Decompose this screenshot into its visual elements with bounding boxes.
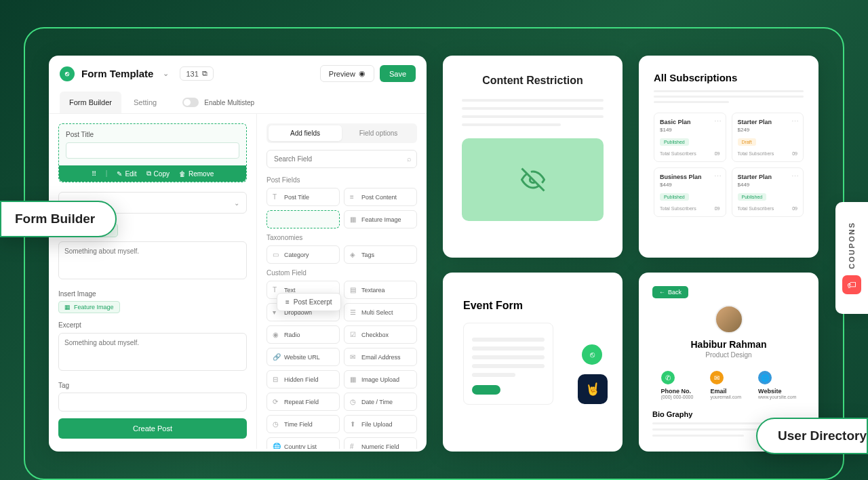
search-input[interactable] xyxy=(267,150,417,168)
floating-label-form-builder: Form Builder xyxy=(0,201,117,237)
coupons-side-tab[interactable]: COUPONS 🏷 xyxy=(835,202,868,314)
chevron-down-icon[interactable]: ⌄ xyxy=(163,69,169,78)
email-icon: ✉ xyxy=(350,353,357,361)
tab-setting[interactable]: Setting xyxy=(124,92,166,113)
subscriptions-title: All Subscriptions xyxy=(654,72,804,83)
field-tags[interactable]: ◈Tags xyxy=(344,245,417,264)
field-drop-target[interactable] xyxy=(267,210,340,228)
image-icon: ▦ xyxy=(350,216,357,223)
plan-card[interactable]: ⋯ Starter Plan $449 Published Total Subs… xyxy=(732,167,804,217)
content-icon: ≡ xyxy=(350,193,357,201)
status-badge: Published xyxy=(738,193,767,201)
preview-button[interactable]: Preview ◉ xyxy=(320,65,374,82)
create-post-button[interactable]: Create Post xyxy=(58,418,247,439)
field-website-url[interactable]: 🔗Website URL xyxy=(267,348,340,366)
form-canvas: Post Title ⠿ | ✎Edit ⧉Copy 🗑Remove ⌄ + I… xyxy=(49,114,256,449)
edit-action[interactable]: ✎Edit xyxy=(117,169,136,178)
placeholder-line xyxy=(462,115,604,118)
form-builder-card: ⎋ Form Template ⌄ 131 ⧉ Preview ◉ Save F… xyxy=(49,56,427,452)
group-post-fields: Post Fields xyxy=(267,176,417,184)
folder-icon: ▭ xyxy=(273,251,280,258)
field-email-address[interactable]: ✉Email Address xyxy=(344,348,417,366)
palette-tabs: Add fields Field options xyxy=(267,123,417,143)
status-badge: Published xyxy=(660,138,689,146)
field-hidden-field[interactable]: ⊟Hidden Field xyxy=(267,370,340,388)
field-actions-bar: ⠿ | ✎Edit ⧉Copy 🗑Remove xyxy=(59,165,246,182)
copy-icon: ⧉ xyxy=(202,69,208,78)
enable-multistep-toggle[interactable]: Enable Multistep xyxy=(182,98,254,107)
tab-form-builder[interactable]: Form Builder xyxy=(60,92,121,113)
feature-image-chip[interactable]: ▦ Feature Image xyxy=(58,301,120,313)
placeholder-line xyxy=(472,338,545,342)
excerpt-textarea[interactable]: Something about myself. xyxy=(58,333,247,371)
field-category[interactable]: ▭Category xyxy=(267,245,340,264)
plan-grid: ⋯ Basic Plan $149 Published Total Subscr… xyxy=(654,113,804,217)
placeholder-line xyxy=(654,101,729,103)
phone-icon: ✆ xyxy=(661,371,675,384)
save-button[interactable]: Save xyxy=(380,65,416,82)
plan-card[interactable]: ⋯ Business Plan $449 Published Total Sub… xyxy=(654,167,726,217)
post-title-label: Post Title xyxy=(66,131,239,138)
tab-add-fields[interactable]: Add fields xyxy=(269,125,342,141)
field-multi-select[interactable]: ☰Multi Select xyxy=(344,303,417,321)
email-icon: ✉ xyxy=(710,371,724,384)
about-textarea[interactable]: Something about myself. xyxy=(58,241,247,279)
field-feature-image[interactable]: ▦Feature Image xyxy=(344,210,417,228)
placeholder-line xyxy=(654,96,804,98)
field-image-upload[interactable]: ▦Image Upload xyxy=(344,370,417,388)
image-icon: ▦ xyxy=(350,376,357,383)
subscriptions-card: All Subscriptions ⋯ Basic Plan $149 Publ… xyxy=(639,56,818,258)
upload-icon: ⬆ xyxy=(350,420,357,428)
field-time-field[interactable]: ◷Time Field xyxy=(267,415,340,433)
link-icon: 🔗 xyxy=(273,353,280,361)
field-radio[interactable]: ◉Radio xyxy=(267,325,340,344)
contact-row: ✆ Phone No. (000) 000-0000 ✉ Email youre… xyxy=(652,371,805,399)
more-icon[interactable]: ⋯ xyxy=(791,117,799,126)
field-file-upload[interactable]: ⬆File Upload xyxy=(344,415,417,433)
text-icon: T xyxy=(273,193,280,201)
form-template-title: Form Template xyxy=(81,68,153,79)
placeholder-line xyxy=(472,373,515,377)
event-form-title: Event Form xyxy=(463,300,602,312)
field-numeric-field[interactable]: #Numeric Field xyxy=(344,437,417,449)
radio-icon: ◉ xyxy=(273,331,280,338)
more-icon[interactable]: ⋯ xyxy=(714,117,722,126)
tab-field-options[interactable]: Field options xyxy=(342,125,415,141)
field-country-list[interactable]: 🌐Country List xyxy=(267,437,340,449)
more-icon[interactable]: ⋯ xyxy=(791,172,799,181)
tag-input[interactable] xyxy=(58,393,247,412)
field-repeat-field[interactable]: ⟳Repeat Field xyxy=(267,393,340,411)
image-icon: ▦ xyxy=(64,304,71,311)
drag-handle-icon[interactable]: ⠿ xyxy=(92,169,96,178)
plan-card[interactable]: ⋯ Starter Plan $249 Draft Total Subscrib… xyxy=(732,113,804,162)
copy-action[interactable]: ⧉Copy xyxy=(146,169,170,178)
toggle-switch-icon[interactable] xyxy=(182,98,199,107)
post-title-field-block[interactable]: Post Title ⠿ | ✎Edit ⧉Copy 🗑Remove xyxy=(58,123,247,182)
field-textarea[interactable]: ▤Textarea xyxy=(344,281,417,299)
status-badge: Published xyxy=(660,193,689,201)
clock-icon: ◷ xyxy=(350,398,357,405)
entries-count-badge[interactable]: 131 ⧉ xyxy=(180,66,213,81)
dashboard-frame: ⎋ Form Template ⌄ 131 ⧉ Preview ◉ Save F… xyxy=(24,27,844,480)
field-post-title[interactable]: TPost Title xyxy=(267,188,340,206)
fab-rock-button[interactable]: 🤘 xyxy=(578,374,608,404)
fab-add-button[interactable]: ⎋ xyxy=(582,344,602,365)
placeholder-line xyxy=(472,346,545,351)
plan-card[interactable]: ⋯ Basic Plan $149 Published Total Subscr… xyxy=(654,113,726,162)
post-title-input[interactable] xyxy=(66,142,239,159)
field-checkbox[interactable]: ☑Checkbox xyxy=(344,325,417,344)
back-button[interactable]: ←Back xyxy=(652,286,688,298)
checkbox-icon: ☑ xyxy=(350,331,357,338)
field-date-time[interactable]: ◷Date / Time xyxy=(344,393,417,411)
placeholder-line xyxy=(462,123,561,126)
group-custom-field: Custom Field xyxy=(267,269,417,277)
search-field-wrapper: ⌕ xyxy=(267,150,417,168)
placeholder-line xyxy=(472,364,545,368)
remove-action[interactable]: 🗑Remove xyxy=(179,169,214,178)
status-badge: Draft xyxy=(738,138,756,146)
field-post-content[interactable]: ≡Post Content xyxy=(344,188,417,206)
textarea-icon: ▤ xyxy=(350,286,357,294)
user-name: Habibur Rahman xyxy=(652,339,805,350)
post-excerpt-dragging-chip[interactable]: ≡ Post Excerpt xyxy=(277,293,341,311)
more-icon[interactable]: ⋯ xyxy=(714,172,722,181)
